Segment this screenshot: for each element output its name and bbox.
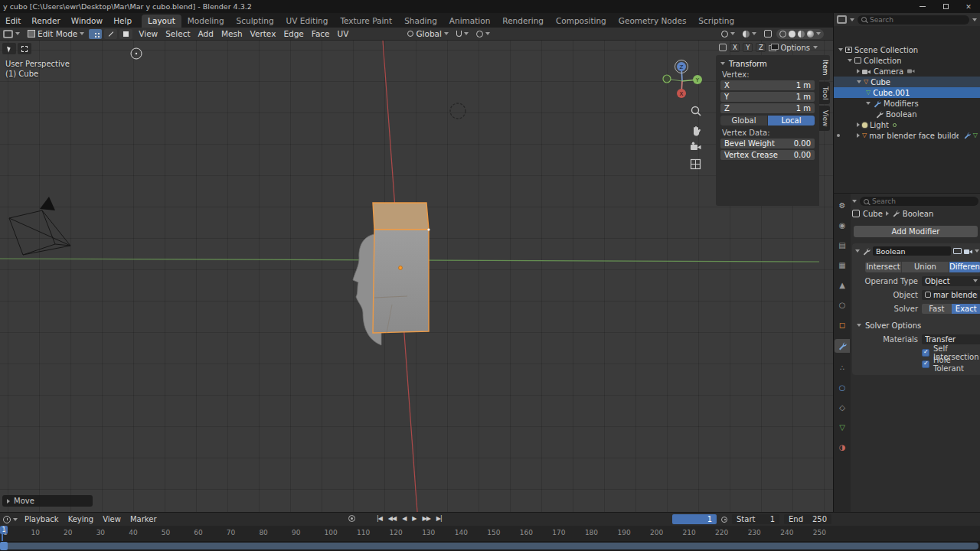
material-shading-icon[interactable] [798,31,805,37]
coordinate-field[interactable]: Z 1 m [720,103,815,113]
timeline-ruler[interactable]: 1 11020304050607080901001101201301401501… [0,526,980,541]
breadcrumb-modifier[interactable]: Boolean [903,210,934,218]
timeline-menu-item[interactable]: View [98,513,126,526]
wireframe-shading-icon[interactable] [779,31,786,37]
object-picker[interactable]: mar blender fac... [922,290,980,300]
expand-icon[interactable] [838,48,843,51]
tab-modifiers[interactable] [835,339,850,353]
frame-start-field[interactable]: Start 1 [732,514,779,524]
properties-search-input[interactable]: Search [860,197,978,206]
bevel-weight-field[interactable]: Bevel Weight 0.00 [720,139,815,148]
maximize-button[interactable] [934,0,957,13]
workspace-tab[interactable]: Layout [142,15,181,28]
editor-type-button[interactable] [0,28,23,40]
cube-front-face[interactable] [373,230,429,333]
tab-material[interactable]: ◑ [835,442,849,452]
tab-constraints[interactable]: ◇ [835,402,849,412]
tab-world[interactable]: ○ [835,299,849,310]
workspace-tab[interactable]: Animation [443,15,497,28]
space-button[interactable]: Global [720,116,768,126]
cube-mesh[interactable] [373,203,430,333]
vertex-crease-field[interactable]: Vertex Crease 0.00 [720,150,815,160]
sidebar-tab[interactable]: Tool [819,82,830,104]
viewport-menu-item[interactable]: Add [194,28,217,40]
transform-panel-header[interactable]: Transform [720,57,815,70]
tab-object[interactable]: ◻ [835,319,849,330]
next-keyframe-button[interactable]: ▶▶ [420,514,431,523]
empty-object[interactable] [450,103,466,119]
expand-icon[interactable] [866,102,871,105]
space-button[interactable]: Local [768,116,815,126]
box-select-tool-button[interactable] [18,43,31,54]
gizmo-y-negative-axis[interactable] [663,75,671,83]
face-select-button[interactable] [119,29,132,39]
rendered-shading-icon[interactable] [807,31,814,37]
show-overlays-toggle[interactable] [740,28,760,40]
workspace-tab[interactable]: Compositing [550,15,612,28]
outliner-row-cube[interactable]: ▽ Cube [834,77,980,87]
frame-end-field[interactable]: End 250 [784,514,831,524]
tab-object-data[interactable]: ▽ [835,422,849,432]
outliner-row-modifiers[interactable]: Modifiers [834,98,980,109]
viewport-menu-item[interactable]: Vertex [247,28,280,40]
menu-item[interactable]: Window [66,13,108,28]
add-modifier-button[interactable]: Add Modifier [854,226,978,237]
vertex-select-button[interactable] [89,29,102,39]
keying-set-icon[interactable] [721,517,727,523]
current-frame-field[interactable]: 1 [672,514,717,524]
snapping-toggle[interactable] [453,28,472,40]
expand-icon[interactable] [857,69,860,73]
coordinate-field[interactable]: Y 1 m [720,92,815,102]
camera-object[interactable] [9,197,70,255]
workspace-tab[interactable]: Texture Paint [334,15,398,28]
workspace-tab[interactable]: Scripting [692,15,740,28]
tab-view-layer[interactable]: ▦ [835,259,849,270]
display-render-icon[interactable] [964,248,972,255]
outliner-row-camera[interactable]: Camera [834,66,980,77]
mode-dropdown[interactable]: Edit Mode [24,28,87,40]
timeline-scrollbar[interactable] [2,543,978,549]
solver-button[interactable]: Exact [952,304,980,314]
coordinate-field[interactable]: X 1 m [720,80,815,90]
breadcrumb-object[interactable]: Cube [863,210,883,218]
viewport-menu-item[interactable]: View [135,28,162,40]
solver-button[interactable]: Fast [922,304,952,314]
modifier-extras-icon[interactable] [975,249,979,253]
3d-viewport[interactable]: X Y Z Options User Perspective (1) Cube … [0,41,833,512]
camera-view-icon[interactable] [690,142,702,152]
operand-type-dropdown[interactable]: Object [922,276,980,286]
timeline-menu-item[interactable]: Playback [20,513,64,526]
viewport-menu-item[interactable]: Mesh [217,28,247,40]
tab-output[interactable]: ▤ [835,240,849,250]
mirror-x-toggle[interactable]: X [730,43,740,52]
tab-render[interactable]: ◉ [835,220,849,230]
viewport-menu-item[interactable]: Edge [279,28,307,40]
workspace-tab[interactable]: Sculpting [230,15,280,28]
modifier-header[interactable]: Boolean [852,245,980,257]
timeline-menu-item[interactable]: Keying [64,513,99,526]
menu-item[interactable]: Help [108,13,137,28]
xray-toggle[interactable] [761,28,775,40]
timeline-menu-item[interactable]: Marker [126,513,162,526]
materials-dropdown[interactable]: Transfer [922,334,980,344]
outliner-editor-icon[interactable] [837,15,847,24]
outliner-row-cube-001[interactable]: ▽ Cube.001 [834,87,980,98]
tab-scene[interactable]: ▲ [835,279,849,290]
filter-icon[interactable] [972,18,977,21]
cube-top-face[interactable] [373,203,429,230]
operator-panel[interactable]: Move [2,495,93,507]
display-edit-mode-icon[interactable] [953,248,962,254]
expand-icon[interactable] [857,80,861,83]
playhead-marker[interactable] [0,542,8,550]
sidebar-tab[interactable]: Item [819,55,830,80]
operation-button[interactable]: Union [902,262,949,272]
close-button[interactable] [957,0,980,13]
properties-editor-icon[interactable]: ⚙ [835,200,849,210]
checkbox-icon[interactable] [922,360,929,368]
outliner-row-face-builder[interactable]: ▽ mar blender face builder ▽ [834,130,980,141]
viewport-menu-item[interactable]: Select [162,28,194,40]
pan-hand-icon[interactable] [690,123,702,135]
toggle-grid-icon[interactable] [690,158,702,171]
edge-select-button[interactable] [104,29,117,39]
outliner-row-scene-collection[interactable]: Scene Collection [834,44,980,55]
